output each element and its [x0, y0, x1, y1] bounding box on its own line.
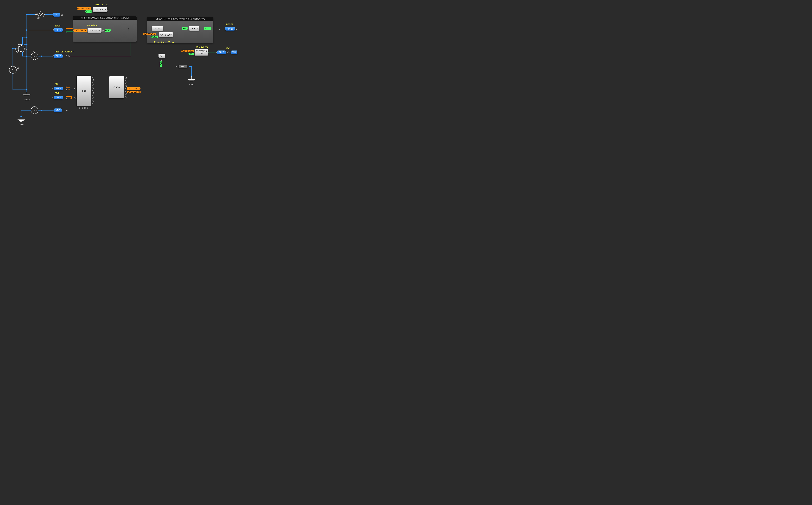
block-pdly[interactable]: P DLY [152, 26, 163, 31]
svg-point-55 [93, 87, 94, 89]
pin-vdd[interactable]: VDD [54, 109, 62, 112]
ground-right[interactable] [188, 76, 195, 82]
svg-point-0 [26, 14, 27, 15]
svg-point-59 [93, 98, 94, 99]
svg-point-42 [53, 88, 54, 89]
label-r1-value: 1M [37, 17, 40, 19]
tag-wd-left[interactable]: WD [53, 13, 60, 17]
container-mf3[interactable]: MF3 (3-bit LUT11, DFF/LATCH13, 8-bit CNT… [147, 17, 213, 43]
label-res-dly-onoff: RES_DLY ON/OFF [54, 50, 74, 53]
svg-text:V: V [34, 109, 35, 112]
por-output-tag: POR [160, 61, 162, 66]
svg-point-70 [126, 88, 127, 89]
fsm0-por-in: POR [188, 53, 194, 55]
svg-text:−: − [32, 55, 34, 57]
ground-left[interactable] [23, 90, 30, 97]
svg-point-67 [126, 80, 127, 81]
svg-point-35 [20, 116, 22, 117]
ground-bottomleft[interactable] [18, 117, 25, 122]
osc0-out-clk8: OSC0 CLK /8 [127, 88, 141, 90]
svg-point-100 [61, 14, 63, 16]
svg-point-30 [41, 110, 42, 111]
pin-3[interactable]: PIN 3 [54, 87, 63, 90]
block-dff13[interactable]: DFF 13 [189, 26, 199, 31]
svg-line-10 [18, 50, 22, 52]
svg-point-58 [93, 95, 94, 96]
label-gnd-left: GND [24, 98, 29, 101]
pin-5[interactable]: PIN 5 [54, 54, 63, 58]
block-i2c[interactable]: I2C [76, 76, 91, 106]
svg-point-65 [87, 107, 88, 109]
svg-point-54 [93, 85, 94, 86]
block-cnt0-fsm0[interactable]: CNT0/DLY0/ FSM0 [194, 49, 208, 55]
label-button: Button [54, 24, 61, 27]
label-scl: SCL [54, 83, 59, 86]
svg-text:V: V [12, 69, 13, 71]
pin-6[interactable]: PIN 6 [54, 28, 63, 32]
svg-point-87 [235, 28, 237, 29]
svg-point-45 [53, 97, 54, 98]
svg-point-92 [175, 66, 176, 67]
mf1-title: MF1 (3-bit LUT9, DFF/LATCH11, 8-bit CNT1… [73, 16, 137, 20]
svg-point-53 [93, 82, 94, 83]
label-res-dly-3s: RES_DLY 3s [95, 3, 108, 6]
label-lut9: 3-L9 [128, 28, 130, 31]
container-mf1[interactable]: MF1 (3-bit LUT9, DFF/LATCH11, 8-bit CNT1… [73, 16, 137, 42]
tag-wd-right[interactable]: WD [231, 50, 237, 54]
pin-4[interactable]: PIN 4 [54, 96, 63, 99]
svg-point-60 [93, 100, 94, 102]
svg-point-68 [126, 82, 127, 84]
label-q1: Q1 [25, 47, 29, 50]
cnt2-clk-in: OSC0 CLK /24 [76, 7, 91, 10]
svg-point-101 [102, 30, 104, 31]
svg-line-9 [18, 45, 22, 47]
svg-point-98 [69, 89, 70, 90]
block-cnt2dly2[interactable]: CNT2/DLY2 [93, 7, 107, 12]
svg-point-41 [53, 55, 54, 57]
label-wd-out: WD [226, 46, 229, 49]
svg-text:+: + [36, 55, 37, 57]
pin-10[interactable]: PIN 10 [225, 27, 235, 30]
svg-point-63 [82, 107, 83, 109]
svg-text:−: − [32, 109, 34, 112]
svg-text:−: − [12, 71, 13, 73]
pin-9[interactable]: PIN 9 [217, 50, 226, 54]
cnt2-net5-in: NET5 [85, 10, 92, 13]
svg-point-73 [126, 96, 127, 98]
svg-point-99 [71, 98, 72, 99]
svg-point-91 [161, 59, 162, 60]
mf3-por: POR [182, 27, 188, 30]
svg-point-69 [126, 85, 127, 87]
svg-point-39 [66, 55, 67, 57]
fsm0-clk-in: OSC0 CLK /8 [181, 50, 194, 52]
svg-point-51 [93, 77, 94, 78]
svg-point-61 [93, 103, 94, 104]
source-v2[interactable]: − V + [31, 53, 38, 60]
svg-point-52 [93, 79, 94, 81]
label-gnd-right: GND [189, 83, 194, 86]
label-gnd-bl: GND [19, 123, 24, 126]
label-v3: V3 [17, 66, 19, 69]
resistor-r1[interactable] [35, 13, 45, 16]
block-por[interactable]: POR [159, 53, 165, 58]
svg-point-48 [66, 110, 68, 111]
svg-point-38 [53, 29, 54, 31]
block-gnd-right[interactable]: GND [179, 65, 187, 68]
svg-text:+: + [36, 109, 37, 112]
source-v3[interactable]: + V − [9, 66, 16, 73]
svg-point-72 [126, 94, 127, 95]
mf3-net12-in: NET12 [151, 35, 158, 38]
block-osc0[interactable]: OSC0 [109, 76, 124, 99]
svg-point-57 [93, 93, 94, 94]
block-cnt3dly3[interactable]: CNT3/DLY3 [159, 32, 173, 37]
svg-point-62 [79, 107, 80, 109]
mf3-net12-out: NET12 [204, 27, 211, 30]
label-reset: RESET [226, 23, 233, 26]
svg-point-17 [41, 55, 42, 57]
label-reset-timer: Reset timer 135 ms [154, 41, 174, 43]
block-cnt1dly1[interactable]: CNT1/DLY1 [88, 28, 102, 33]
source-v1[interactable]: − V + [31, 107, 38, 114]
transistor-q1[interactable] [16, 44, 24, 53]
schematic-canvas[interactable]: − V + + V − − V + [0, 0, 250, 132]
label-push-detect: Push detect [87, 24, 99, 27]
